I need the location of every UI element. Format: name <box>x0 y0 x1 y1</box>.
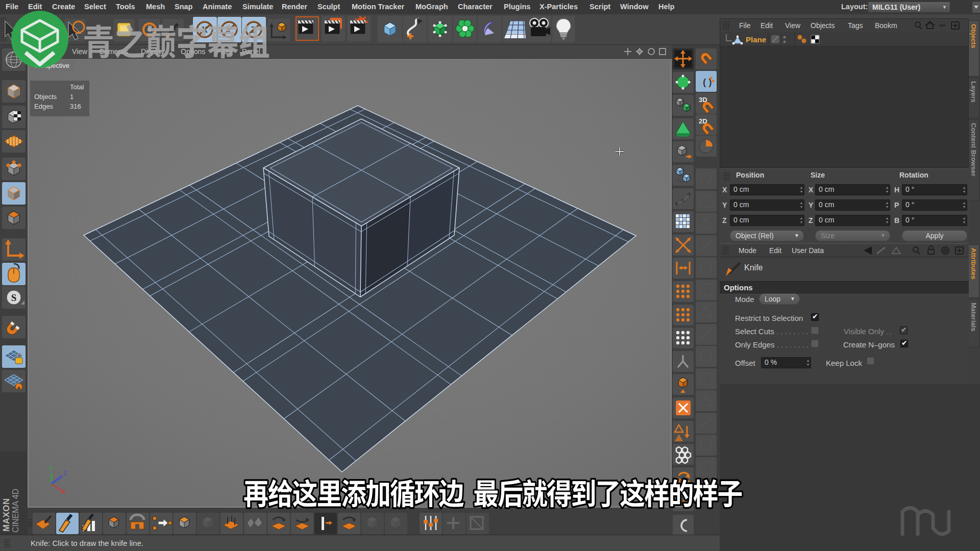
svg-text:2D: 2D <box>699 117 707 125</box>
svg-text:3D: 3D <box>699 96 707 104</box>
svg-text:Plane: Plane <box>746 35 766 44</box>
svg-text:S: S <box>11 292 17 303</box>
svg-text:Y: Y <box>49 466 53 472</box>
svg-text:Z: Z <box>63 470 67 476</box>
